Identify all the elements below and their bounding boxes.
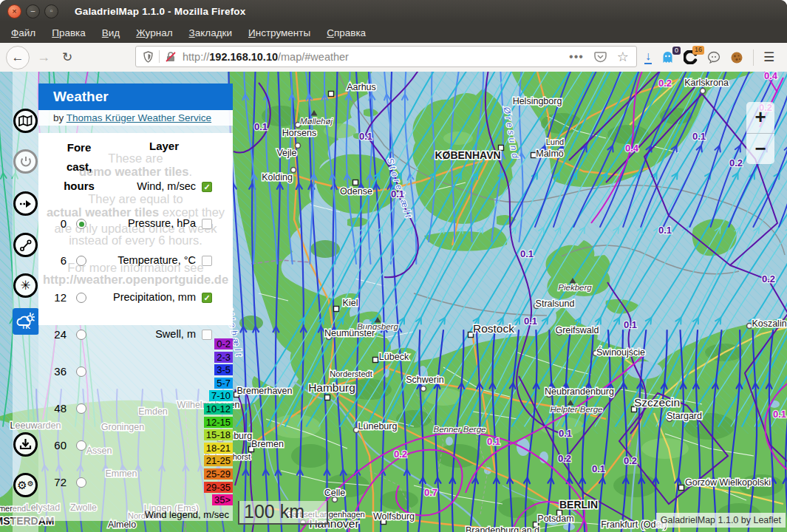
overflow-icon[interactable]: ••• [569, 50, 584, 64]
menu-item-6[interactable]: Справка [318, 24, 374, 41]
map-canvas[interactable]: StorebæltØresundLillebælt0.10.10.10.10.2… [0, 72, 787, 532]
wind-legend-title: Wind legend, m/sec [145, 509, 229, 520]
wind-legend-chip: 5-7 [214, 378, 233, 389]
city-label: Neumünster [324, 328, 375, 338]
lock-slash-icon[interactable] [165, 51, 177, 63]
contour-label: 0.2 [658, 78, 672, 89]
menu-item-5[interactable]: Инструменты [240, 24, 318, 41]
city-label: Schwerin [406, 375, 443, 385]
city-label: Kolding [262, 172, 293, 183]
sidebar-tool-seamark-icon[interactable]: ✳ [13, 273, 38, 298]
forecast-hour-radio-72[interactable] [76, 477, 86, 488]
forward-button[interactable]: → [37, 50, 50, 65]
city-marker [325, 395, 330, 400]
forecast-hour-radio-36[interactable] [76, 366, 86, 377]
forecast-hour-radio-0[interactable] [76, 219, 86, 229]
cookie-icon[interactable] [730, 51, 743, 64]
city-label: Neubrandenburg [545, 386, 614, 397]
sidebar-tool-sync-icon[interactable] [13, 149, 38, 174]
shield-icon[interactable] [143, 51, 154, 63]
contour-label: 0.2 [624, 455, 637, 466]
menu-item-2[interactable]: Вид [94, 24, 128, 41]
window-close-button[interactable]: × [7, 4, 21, 18]
layer-checkbox-3[interactable]: ✓ [202, 293, 212, 303]
forecast-hour-label: 60 [38, 439, 67, 451]
city-label: Helpter Berge [551, 405, 603, 414]
chat-icon[interactable] [707, 51, 720, 64]
toolbar-divider [753, 50, 754, 66]
sidebar-tool-settings-gears-icon[interactable]: ⚙⚙ [13, 473, 38, 497]
city-label: Møllehøj [300, 117, 333, 126]
contour-label: 0.1 [391, 188, 404, 200]
contour-label: 0.2 [394, 449, 407, 460]
city-label: Greifswald [555, 325, 599, 335]
weather-service-link[interactable]: Thomas Krüger Weather Service [67, 112, 211, 123]
city-marker [329, 92, 334, 97]
browser-window: × – ▫ GaladrielMap 1.1.0 - Mozilla Firef… [0, 0, 787, 532]
layer-checkbox-0[interactable]: ✓ [202, 182, 212, 192]
weather-panel: Weather by Thomas Krüger Weather Service… [38, 83, 233, 521]
weather-tk-icon: TK [15, 310, 37, 332]
layer-label: Precipitation, mm [68, 291, 196, 303]
layer-checkbox-1[interactable] [202, 219, 212, 229]
wind-legend-chip: 18-21 [204, 443, 233, 454]
sidebar-tool-track-share-icon[interactable] [13, 233, 38, 257]
wind-legend-chip: 21-25 [204, 455, 233, 466]
city-label: Karlskrona [684, 78, 729, 88]
city-label: Benner Berge [434, 425, 486, 434]
contour-label: 0.7 [424, 487, 437, 498]
url-bar[interactable]: http://192.168.10.10/map/#weather ••• ☆ [135, 46, 637, 67]
title-bar: × – ▫ GaladrielMap 1.1.0 - Mozilla Firef… [0, 0, 787, 22]
city-label: Świnoujście [596, 347, 645, 358]
contour-label: 0.1 [254, 121, 268, 132]
menu-item-3[interactable]: Журнал [128, 24, 180, 41]
seamark-icon: ✳ [20, 279, 30, 292]
download-icon[interactable]: ↓ [644, 50, 652, 64]
city-marker [334, 307, 339, 312]
contour-label: 0.2 [729, 157, 743, 168]
url-text[interactable]: http://192.168.10.10/map/#weather [183, 51, 349, 63]
pocket-icon[interactable] [594, 51, 607, 63]
city-marker [679, 485, 684, 491]
layer-label: Temperature, °C [68, 254, 196, 266]
contour-label: 0.1 [359, 131, 372, 142]
sidebar-tool-route-icon[interactable] [13, 191, 38, 216]
reload-button[interactable]: ↻ [62, 50, 72, 65]
layer-checkbox-2[interactable] [202, 256, 212, 266]
zoom-in-button[interactable]: + [746, 102, 774, 134]
zoom-out-button[interactable]: − [746, 134, 774, 165]
wind-legend-chip: 3-5 [214, 364, 233, 375]
contour-label: 0.2 [558, 453, 571, 464]
map-icon [18, 115, 33, 126]
wind-legend-chip: 0-2 [214, 338, 233, 349]
contour-label: 0.4 [764, 72, 778, 81]
menu-item-4[interactable]: Закладки [181, 24, 240, 41]
contour-label: 0.2 [762, 273, 775, 284]
hamburger-icon[interactable]: ☰ [763, 50, 774, 65]
menu-item-1[interactable]: Правка [44, 24, 94, 41]
blocker-icon[interactable]: 16 [684, 50, 698, 64]
window-maximize-button[interactable]: ▫ [44, 4, 58, 18]
forecast-hour-radio-60[interactable] [76, 440, 86, 451]
city-label: Brandenburg an d [466, 525, 539, 532]
forecast-hour-radio-12[interactable] [76, 293, 86, 303]
forecast-hour-radio-6[interactable] [76, 256, 86, 266]
svg-text:TK: TK [21, 323, 30, 330]
city-label: Horsens [282, 128, 317, 138]
window-minimize-button[interactable]: – [26, 4, 40, 18]
city-label: Kiel [343, 298, 358, 308]
sidebar-tool-weather-tk-icon[interactable]: TK [13, 308, 39, 335]
city-label: Stralsund [536, 299, 575, 309]
wind-legend-chip: 15-18 [204, 429, 233, 440]
city-label: Malmö [536, 149, 564, 159]
wind-legend-chip: 10-12 [204, 403, 233, 415]
menu-item-0[interactable]: Файл [3, 24, 44, 41]
sidebar-tool-download-icon[interactable] [13, 432, 38, 457]
back-button[interactable]: ← [6, 46, 30, 69]
sidebar-tool-map-icon[interactable] [13, 109, 38, 133]
city-label: Bremerhaven [236, 386, 292, 396]
forecast-hour-radio-24[interactable] [76, 330, 86, 340]
forecast-hour-radio-48[interactable] [76, 403, 86, 414]
bookmark-star-icon[interactable]: ☆ [617, 49, 629, 65]
ghost-icon[interactable]: 0 [661, 51, 674, 64]
